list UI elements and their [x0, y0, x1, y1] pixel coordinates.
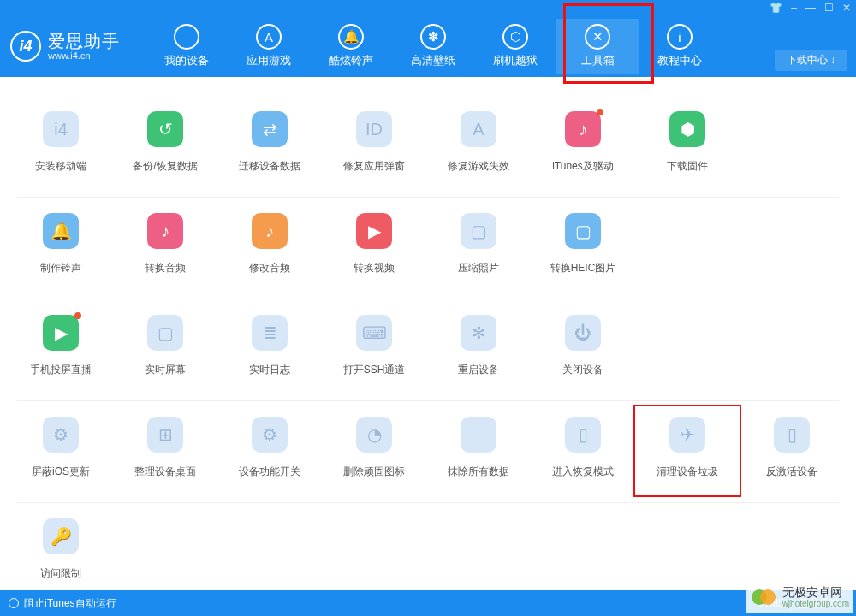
tool-label: 重启设备 — [458, 363, 499, 377]
download-center-button[interactable]: 下载中心 ↓ — [775, 50, 847, 71]
tool-label: 修复应用弹窗 — [343, 159, 405, 174]
tool-icon: ✻ — [461, 315, 496, 351]
tool-label: 删除顽固图标 — [343, 465, 405, 479]
tool-label: 清理设备垃圾 — [657, 465, 718, 479]
tool-修复游戏失效[interactable]: A修复游戏失效 — [426, 103, 531, 197]
minimize-button[interactable]: — — [805, 2, 816, 14]
main-nav: 我的设备A应用游戏🔔酷炫铃声✽高清壁纸⬡刷机越狱✕工具箱i教程中心 — [146, 19, 721, 74]
tool-label: 打开SSH通道 — [343, 363, 406, 377]
nav-label: 我的设备 — [164, 53, 209, 68]
nav-icon: i — [667, 24, 693, 50]
tool-icon: ▯ — [774, 417, 810, 453]
nav-icon: 🔔 — [338, 24, 364, 50]
tool-反激活设备[interactable]: ▯反激活设备 — [740, 408, 844, 502]
header: i4 爱思助手 www.i4.cn 我的设备A应用游戏🔔酷炫铃声✽高清壁纸⬡刷机… — [0, 15, 856, 77]
nav-应用游戏[interactable]: A应用游戏 — [228, 19, 310, 74]
tool-手机投屏直播[interactable]: ▶手机投屏直播 — [9, 306, 113, 400]
nav-label: 教程中心 — [657, 53, 702, 68]
tool-抹除所有数据[interactable]: 抹除所有数据 — [426, 408, 531, 502]
tool-label: 备份/恢复数据 — [133, 159, 197, 174]
nav-icon — [174, 24, 199, 50]
tool-icon: ♪ — [252, 213, 288, 249]
tool-修复应用弹窗[interactable]: ID修复应用弹窗 — [322, 103, 426, 197]
tool-label: 安装移动端 — [35, 159, 86, 174]
tool-屏蔽iOS更新[interactable]: ⚙屏蔽iOS更新 — [9, 408, 113, 502]
tool-icon: ⬢ — [669, 111, 705, 147]
tool-访问限制[interactable]: 🔑访问限制 — [9, 510, 113, 590]
app-logo: i4 爱思助手 www.i4.cn — [10, 31, 120, 62]
tool-icon: ▢ — [565, 213, 601, 249]
tool-实时屏幕[interactable]: ▢实时屏幕 — [113, 306, 217, 400]
tool-icon: ⏻ — [565, 315, 601, 351]
tool-label: 反激活设备 — [766, 465, 817, 479]
tool-打开SSH通道[interactable]: ⌨打开SSH通道 — [322, 306, 426, 400]
tool-label: 实时屏幕 — [145, 363, 186, 377]
tool-清理设备垃圾[interactable]: ✈清理设备垃圾 — [635, 408, 740, 502]
tool-删除顽固图标[interactable]: ◔删除顽固图标 — [322, 408, 426, 502]
tool-转换音频[interactable]: ♪转换音频 — [113, 204, 217, 299]
tool-安装移动端[interactable]: i4安装移动端 — [9, 103, 113, 197]
radio-icon[interactable] — [9, 598, 19, 608]
tool-制作铃声[interactable]: 🔔制作铃声 — [9, 204, 113, 299]
tool-关闭设备[interactable]: ⏻关闭设备 — [531, 306, 635, 400]
tool-icon: ⊞ — [147, 417, 183, 453]
svg-point-1 — [760, 589, 776, 605]
nav-label: 高清壁纸 — [411, 53, 455, 68]
tool-label: 设备功能开关 — [239, 465, 300, 479]
tool-icon: ⚙ — [43, 417, 79, 453]
tool-icon: 🔔 — [43, 213, 79, 249]
tool-label: 转换HEIC图片 — [550, 261, 616, 275]
tool-icon: ⇄ — [252, 111, 288, 147]
tool-icon: A — [461, 111, 496, 147]
tool-icon: ◔ — [356, 417, 392, 453]
tool-进入恢复模式[interactable]: ▯进入恢复模式 — [531, 408, 635, 502]
nav-高清壁纸[interactable]: ✽高清壁纸 — [392, 19, 474, 74]
tool-icon: ▯ — [565, 417, 601, 453]
tool-压缩照片[interactable]: ▢压缩照片 — [426, 204, 531, 299]
notification-dot-icon — [597, 109, 603, 116]
tool-label: 修复游戏失效 — [448, 159, 509, 174]
skin-icon[interactable]: 👕 — [770, 2, 782, 14]
tool-转换HEIC图片[interactable]: ▢转换HEIC图片 — [531, 204, 635, 299]
tool-label: 修改音频 — [249, 261, 290, 275]
nav-刷机越狱[interactable]: ⬡刷机越狱 — [474, 19, 556, 74]
menu-icon[interactable]: – — [791, 2, 797, 14]
tool-实时日志[interactable]: ≣实时日志 — [217, 306, 322, 400]
tool-iTunes及驱动[interactable]: ♪iTunes及驱动 — [531, 103, 635, 197]
tool-转换视频[interactable]: ▶转换视频 — [322, 204, 426, 299]
nav-label: 刷机越狱 — [493, 53, 538, 68]
tool-下载固件[interactable]: ⬢下载固件 — [635, 103, 740, 197]
tool-icon: ≣ — [252, 315, 288, 351]
close-button[interactable]: ✕ — [842, 2, 851, 14]
tool-label: 进入恢复模式 — [552, 465, 614, 479]
nav-教程中心[interactable]: i教程中心 — [639, 19, 721, 74]
tool-icon: 🔑 — [43, 518, 79, 554]
block-itunes-label[interactable]: 阻止iTunes自动运行 — [24, 596, 116, 611]
maximize-button[interactable]: ☐ — [824, 2, 834, 14]
tool-label: 屏蔽iOS更新 — [32, 465, 90, 479]
app-url: www.i4.cn — [48, 50, 120, 61]
tool-修改音频[interactable]: ♪修改音频 — [217, 204, 322, 299]
tool-icon: ▶ — [43, 315, 79, 351]
nav-我的设备[interactable]: 我的设备 — [146, 19, 228, 74]
tool-整理设备桌面[interactable]: ⊞整理设备桌面 — [113, 408, 217, 502]
tool-icon: i4 — [43, 111, 79, 147]
tool-icon — [461, 417, 496, 453]
nav-label: 工具箱 — [581, 53, 615, 68]
nav-icon: A — [256, 24, 282, 50]
tool-迁移设备数据[interactable]: ⇄迁移设备数据 — [217, 103, 322, 197]
tool-备份/恢复数据[interactable]: ↺备份/恢复数据 — [113, 103, 217, 197]
tool-label: 整理设备桌面 — [134, 465, 196, 479]
tool-icon: ⚙ — [252, 417, 288, 453]
tool-label: 访问限制 — [40, 566, 81, 581]
nav-icon: ✕ — [585, 24, 610, 50]
tool-label: 抹除所有数据 — [448, 465, 509, 479]
tool-label: 转换音频 — [145, 261, 186, 275]
tool-icon: ✈ — [669, 417, 705, 453]
tool-设备功能开关[interactable]: ⚙设备功能开关 — [217, 408, 322, 502]
nav-工具箱[interactable]: ✕工具箱 — [556, 19, 639, 74]
watermark-logo-icon — [750, 583, 777, 611]
tool-label: 手机投屏直播 — [30, 363, 92, 377]
nav-酷炫铃声[interactable]: 🔔酷炫铃声 — [310, 19, 392, 74]
tool-重启设备[interactable]: ✻重启设备 — [426, 306, 531, 400]
